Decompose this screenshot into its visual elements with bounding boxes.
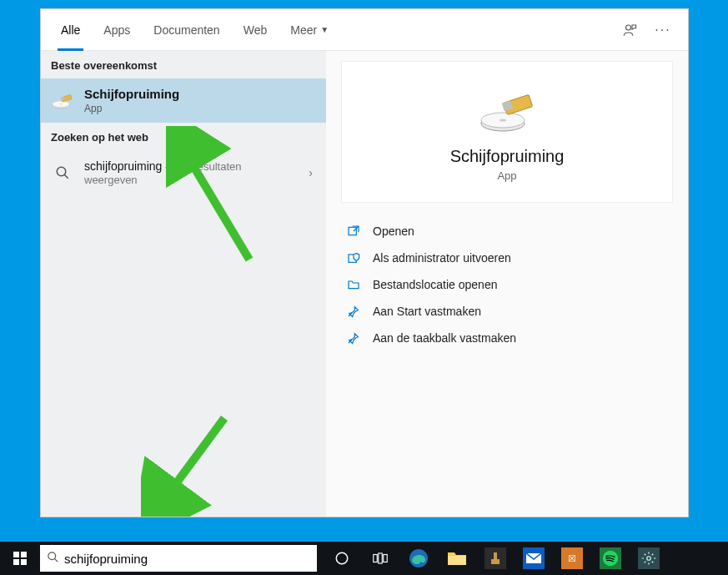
chevron-right-icon: › [305,166,316,179]
spotify-icon [600,547,621,569]
web-query: schijfopruiming [84,159,162,173]
tab-all-label: Alle [61,23,80,37]
svg-point-0 [626,25,631,30]
search-icon [47,551,59,566]
results-column: Beste overeenkomst Schijfopruiming App [41,51,326,517]
web-desc-2: weergeven [84,174,295,186]
svg-rect-31 [494,552,497,559]
edge-icon [408,547,429,569]
svg-rect-21 [13,559,19,565]
windows-icon [13,552,27,565]
app-icon [484,547,506,569]
taskbar-app-spotify[interactable] [594,542,627,575]
svg-line-7 [64,174,68,179]
search-input[interactable] [64,552,310,566]
svg-point-6 [57,167,66,176]
start-button[interactable] [0,542,40,575]
result-app-schijfopruiming[interactable]: Schijfopruiming App [41,78,326,123]
feedback-button[interactable] [613,9,646,51]
tab-more-label: Meer [290,23,317,37]
tab-apps-label: Apps [103,23,130,37]
circle-icon [334,551,349,566]
svg-rect-15 [349,227,356,235]
svg-point-35 [647,557,651,561]
svg-rect-28 [384,555,388,562]
tab-documents-label: Documenten [153,23,219,37]
svg-rect-26 [374,555,378,562]
chevron-down-icon: ▼ [320,25,329,34]
taskbar-app-mail[interactable] [517,542,550,575]
detail-card: Schijfopruiming App [341,61,673,203]
action-location-label: Bestandslocatie openen [373,278,497,291]
svg-rect-22 [21,559,27,565]
action-list: Openen Als administrator uitvoeren Besta… [341,218,673,351]
mail-icon [523,547,545,569]
pin-icon [346,305,361,318]
cortana-button[interactable] [325,542,359,575]
detail-column: Schijfopruiming App Openen Als administr… [326,51,688,517]
folder-icon [346,278,361,291]
tab-web[interactable]: Web [232,9,279,51]
svg-line-24 [54,558,58,562]
disk-cleanup-icon [51,89,74,113]
svg-rect-30 [448,556,466,565]
result-web-search[interactable]: schijfopruiming - Webresultaten weergeve… [41,150,326,194]
detail-subtitle: App [497,169,516,182]
task-view-button[interactable] [364,542,397,575]
web-desc-1: - Webresultaten [162,160,241,173]
action-run-admin[interactable]: Als administrator uitvoeren [341,245,673,271]
result-title: Schijfopruiming [84,87,316,101]
search-tabs: Alle Apps Documenten Web Meer▼ ··· [41,9,688,51]
result-web-text: schijfopruiming - Webresultaten weergeve… [84,159,295,186]
result-subtitle: App [84,103,316,114]
open-icon [346,224,361,238]
svg-point-23 [48,552,56,560]
tab-apps[interactable]: Apps [92,9,142,51]
taskbar-app-settings[interactable] [632,542,665,575]
search-body: Beste overeenkomst Schijfopruiming App [41,51,688,517]
taskbar-icons: ☒ [325,542,665,575]
svg-rect-32 [491,559,500,564]
action-pin-start-label: Aan Start vastmaken [373,305,481,318]
pin-icon [346,331,361,345]
task-view-icon [373,552,388,564]
svg-rect-19 [13,552,19,557]
taskbar-search[interactable] [40,545,317,572]
search-icon [51,161,74,184]
tab-more[interactable]: Meer▼ [279,9,340,51]
tab-web-label: Web [244,23,268,37]
taskbar-app-edge[interactable] [402,542,435,575]
more-options-button[interactable]: ··· [646,9,680,51]
person-feedback-icon [622,23,637,38]
svg-point-12 [500,119,506,122]
detail-title: Schijfopruiming [450,147,565,166]
search-panel: Alle Apps Documenten Web Meer▼ ··· Beste… [40,8,689,517]
taskbar: ☒ [0,542,728,575]
best-match-header: Beste overeenkomst [41,51,326,78]
result-text: Schijfopruiming App [84,87,316,114]
action-pin-start[interactable]: Aan Start vastmaken [341,298,673,325]
annotation-arrow-bottom [141,410,249,517]
action-open-location[interactable]: Bestandslocatie openen [341,271,673,298]
shield-icon [346,251,361,265]
action-pin-taskbar[interactable]: Aan de taakbalk vastmaken [341,325,673,351]
action-admin-label: Als administrator uitvoeren [373,251,511,265]
svg-line-9 [153,418,224,514]
gear-icon [638,547,660,569]
disk-cleanup-icon-large [478,92,536,137]
taskbar-app-explorer[interactable] [440,542,474,575]
svg-rect-20 [21,552,27,557]
taskbar-app-1[interactable] [479,542,512,575]
svg-point-3 [59,103,62,104]
svg-point-25 [336,552,348,564]
tab-documents[interactable]: Documenten [142,9,231,51]
web-search-header: Zoeken op het web [41,123,326,150]
action-open[interactable]: Openen [341,218,673,245]
app-icon: ☒ [561,547,583,569]
svg-rect-27 [379,553,383,563]
tab-all[interactable]: Alle [49,9,92,51]
folder-icon [446,547,468,569]
taskbar-app-2[interactable]: ☒ [555,542,589,575]
ellipsis-icon: ··· [655,23,670,38]
action-pin-taskbar-label: Aan de taakbalk vastmaken [373,331,516,345]
